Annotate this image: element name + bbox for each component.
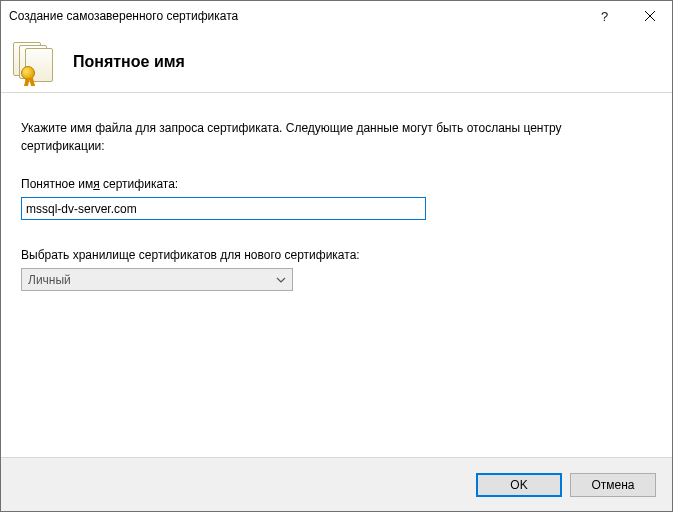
dialog-header: Понятное имя xyxy=(1,31,672,93)
dialog-heading: Понятное имя xyxy=(73,53,185,71)
cert-store-label: Выбрать хранилище сертификатов для новог… xyxy=(21,248,652,262)
cert-store-select[interactable]: Личный xyxy=(21,268,293,291)
help-button[interactable]: ? xyxy=(582,1,627,31)
ok-button[interactable]: OK xyxy=(476,473,562,497)
close-icon xyxy=(645,9,655,24)
window-title: Создание самозаверенного сертификата xyxy=(9,9,582,23)
chevron-down-icon xyxy=(276,277,286,283)
cert-store-value: Личный xyxy=(28,273,71,287)
friendly-name-input[interactable] xyxy=(21,197,426,220)
dialog-window: Создание самозаверенного сертификата ? П… xyxy=(0,0,673,512)
dialog-footer: OK Отмена xyxy=(1,457,672,511)
certificate-icon xyxy=(13,42,59,82)
cancel-button[interactable]: Отмена xyxy=(570,473,656,497)
titlebar: Создание самозаверенного сертификата ? xyxy=(1,1,672,31)
friendly-name-label: Понятное имя сертификата: xyxy=(21,177,652,191)
close-button[interactable] xyxy=(627,1,672,31)
dialog-body: Укажите имя файла для запроса сертификат… xyxy=(1,93,672,457)
help-icon: ? xyxy=(601,9,608,24)
instruction-text: Укажите имя файла для запроса сертификат… xyxy=(21,119,641,155)
